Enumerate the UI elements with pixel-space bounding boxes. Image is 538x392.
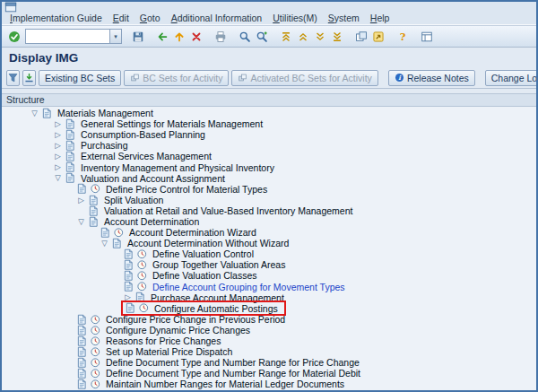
img-doc-icon[interactable] <box>87 205 100 216</box>
img-activity-icon[interactable] <box>137 302 151 314</box>
menu-item-goto[interactable]: Goto <box>134 13 166 23</box>
enter-button[interactable] <box>5 28 22 45</box>
menu-item-help[interactable]: Help <box>365 13 395 23</box>
tree-item-maintain-number-ranges-for-material-ledger-documents[interactable]: Maintain Number Ranges for Material Ledg… <box>102 379 348 389</box>
tree-item-valuation-and-account-assignment[interactable]: Valuation and Account Assignment <box>77 173 229 184</box>
img-activity-icon[interactable] <box>89 324 102 335</box>
img-doc-icon[interactable] <box>87 215 100 227</box>
last-page-button[interactable] <box>328 28 345 45</box>
tree-item-define-document-type-and-number-range-for-price-change[interactable]: Define Document Type and Number Range fo… <box>102 357 363 368</box>
img-doc-icon[interactable] <box>64 151 77 162</box>
save-button[interactable] <box>129 28 146 45</box>
collapse-arrow-icon[interactable]: ▽ <box>52 174 64 182</box>
command-dropdown-button[interactable]: ▾ <box>109 29 122 44</box>
tree-item-configure-dynamic-price-changes[interactable]: Configure Dynamic Price Changes <box>102 325 254 335</box>
tree-item-account-determination[interactable]: Account Determination <box>100 216 203 227</box>
find-next-button[interactable] <box>253 28 270 45</box>
img-activity-icon[interactable] <box>135 259 149 271</box>
img-doc-icon[interactable] <box>64 172 77 184</box>
change-log-button[interactable]: Change Log <box>485 70 538 86</box>
img-activity-icon[interactable] <box>89 368 102 379</box>
menu-item-additional-information[interactable]: Additional Information <box>166 13 268 23</box>
new-session-button[interactable] <box>352 28 369 45</box>
img-doc-icon[interactable] <box>124 302 137 314</box>
tree-item-define-valuation-classes[interactable]: Define Valuation Classes <box>149 270 261 281</box>
img-doc-icon[interactable] <box>122 270 135 282</box>
img-doc-icon[interactable] <box>75 183 89 195</box>
img-doc-icon[interactable] <box>75 357 89 369</box>
collapse-arrow-icon[interactable]: ▽ <box>99 240 110 248</box>
expand-arrow-icon[interactable]: ▷ <box>52 131 64 139</box>
cancel-button[interactable] <box>187 28 204 45</box>
img-activity-icon[interactable] <box>135 270 149 282</box>
tree-item-configure-automatic-postings[interactable]: Configure Automatic Postings <box>151 303 282 314</box>
layout-menu-button[interactable] <box>418 28 435 45</box>
tree-item-set-up-material-price-dispatch[interactable]: Set up Material Price Dispatch <box>102 346 236 357</box>
tree-item-valuation-at-retail-and-value-based-inventory-management[interactable]: Valuation at Retail and Value-Based Inve… <box>100 205 356 216</box>
tree-item-configure-price-change-in-previous-period[interactable]: Configure Price Change in Previous Perio… <box>102 314 289 325</box>
menu-item-utilities-m[interactable]: Utilities(M) <box>267 13 323 23</box>
img-activity-icon[interactable] <box>89 183 102 195</box>
img-doc-icon[interactable] <box>40 108 54 119</box>
img-doc-icon[interactable] <box>64 140 77 152</box>
expand-arrow-icon[interactable]: ▷ <box>52 163 64 171</box>
img-doc-icon[interactable] <box>64 161 77 173</box>
img-doc-icon[interactable] <box>64 129 77 141</box>
img-doc-icon[interactable] <box>122 281 135 292</box>
menu-item-edit[interactable]: Edit <box>108 13 134 23</box>
tree-item-general-settings-for-materials-management[interactable]: General Settings for Materials Managemen… <box>77 118 266 129</box>
tree-item-purchasing[interactable]: Purchasing <box>77 140 132 151</box>
find-button[interactable] <box>236 28 253 45</box>
img-doc-icon[interactable] <box>75 324 89 335</box>
page-down-button[interactable] <box>311 28 328 45</box>
img-doc-icon[interactable] <box>75 335 89 347</box>
img-doc-icon[interactable] <box>110 238 124 249</box>
tree-item-define-document-type-and-number-range-for-material-debit[interactable]: Define Document Type and Number Range fo… <box>102 368 364 379</box>
img-doc-icon[interactable] <box>64 118 77 130</box>
choose-button[interactable] <box>6 70 20 86</box>
tree-item-split-valuation[interactable]: Split Valuation <box>100 195 167 205</box>
img-doc-icon[interactable] <box>122 259 135 271</box>
img-doc-icon[interactable] <box>99 227 112 239</box>
img-doc-icon[interactable] <box>75 346 89 358</box>
release-notes-button[interactable]: iRelease Notes <box>388 70 475 86</box>
back-button[interactable] <box>153 28 170 45</box>
tree-item-define-account-grouping-for-movement-types[interactable]: Define Account Grouping for Movement Typ… <box>149 282 349 292</box>
tree-item-account-determination-without-wizard[interactable]: Account Determination Without Wizard <box>124 238 292 248</box>
menu-item-system[interactable]: System <box>323 13 365 23</box>
tree-item-external-services-management[interactable]: External Services Management <box>77 151 215 161</box>
img-activity-icon[interactable] <box>89 313 102 325</box>
expand-arrow-icon[interactable]: ▷ <box>52 142 64 150</box>
shortcut-button[interactable] <box>369 28 386 45</box>
img-activity-icon[interactable] <box>89 346 102 358</box>
expand-arrow-icon[interactable]: ▷ <box>52 152 64 161</box>
img-activity-icon[interactable] <box>89 357 102 369</box>
img-doc-icon[interactable] <box>75 379 89 390</box>
tree-item-define-price-control-for-material-types[interactable]: Define Price Control for Material Types <box>102 184 271 195</box>
tree-item-account-determination-wizard[interactable]: Account Determination Wizard <box>126 227 260 238</box>
img-doc-icon[interactable] <box>75 313 89 325</box>
img-doc-icon[interactable] <box>87 194 100 205</box>
exit-button[interactable] <box>170 28 187 45</box>
img-activity-icon[interactable] <box>112 227 126 239</box>
menu-item-implementation-guide[interactable]: Implementation Guide <box>4 13 108 23</box>
existing-bc-sets-button[interactable]: Existing BC Sets <box>39 70 121 86</box>
print-button[interactable] <box>212 28 229 45</box>
help-button[interactable]: ? <box>394 28 411 45</box>
position-button[interactable] <box>22 70 36 86</box>
img-activity-icon[interactable] <box>89 335 102 347</box>
tree-item-materials-management[interactable]: Materials Management <box>54 108 157 118</box>
img-doc-icon[interactable] <box>122 248 135 260</box>
first-page-button[interactable] <box>277 28 294 45</box>
img-activity-icon[interactable] <box>89 379 102 390</box>
img-doc-icon[interactable] <box>75 368 89 379</box>
collapse-arrow-icon[interactable]: ▽ <box>29 109 40 118</box>
expand-arrow-icon[interactable]: ▷ <box>52 120 64 128</box>
tree-item-inventory-management-and-physical-inventory[interactable]: Inventory Management and Physical Invent… <box>77 162 278 173</box>
tree-item-reasons-for-price-changes[interactable]: Reasons for Price Changes <box>102 335 224 346</box>
command-input[interactable] <box>25 29 109 44</box>
tree-item-group-together-valuation-areas[interactable]: Group Together Valuation Areas <box>149 259 289 270</box>
img-activity-icon[interactable] <box>135 281 149 292</box>
page-up-button[interactable] <box>294 28 311 45</box>
tree-item-define-valuation-control[interactable]: Define Valuation Control <box>149 248 257 259</box>
